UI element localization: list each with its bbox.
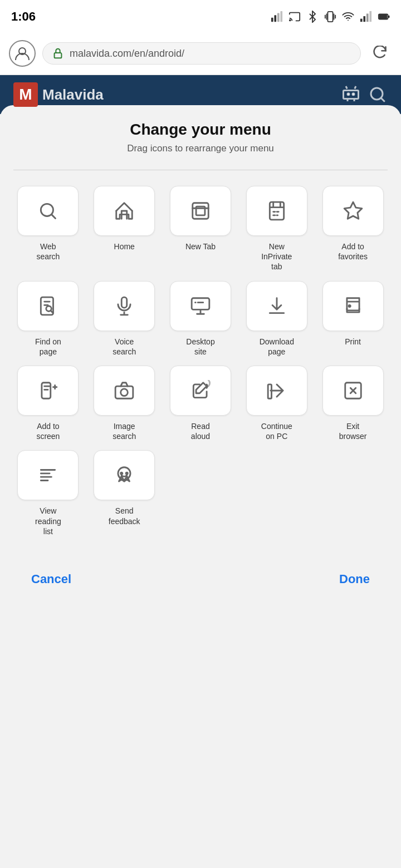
status-icons <box>271 11 390 23</box>
send-feedback-icon <box>114 465 135 486</box>
reload-icon <box>372 46 388 61</box>
menu-item-send-feedback[interactable]: Send feedback <box>90 450 159 536</box>
svg-rect-3 <box>280 11 282 22</box>
menu-item-download-page[interactable]: Download page <box>242 281 311 357</box>
menu-item-home[interactable]: Home <box>90 186 159 272</box>
svg-rect-2 <box>277 13 280 22</box>
menu-label-read-aloud: Read aloud <box>191 421 210 441</box>
menu-icon-box-find-on-page <box>17 281 79 331</box>
menu-icon-box-home <box>94 186 155 236</box>
svg-point-15 <box>371 88 383 100</box>
read-aloud-icon <box>190 380 211 401</box>
menu-item-read-aloud[interactable]: Read aloud <box>166 366 236 441</box>
menu-item-view-reading-list[interactable]: View reading list <box>13 450 83 536</box>
menu-label-send-feedback: Send feedback <box>109 506 140 526</box>
find-on-page-icon <box>37 295 58 317</box>
url-box[interactable]: malavida.com/en/android/ <box>42 42 361 65</box>
wifi-icon <box>342 11 354 23</box>
menu-item-new-inprivate-tab[interactable]: New InPrivate tab <box>242 186 311 272</box>
menu-item-add-to-favorites[interactable]: Add to favorites <box>318 186 388 272</box>
menu-label-new-inprivate-tab: New InPrivate tab <box>261 241 292 272</box>
web-search-icon <box>37 200 58 221</box>
menu-label-new-tab: New Tab <box>185 241 216 251</box>
menu-item-web-search[interactable]: Web search <box>13 186 83 272</box>
lock-icon <box>52 47 64 60</box>
sheet-actions: Cancel Done <box>13 552 388 602</box>
svg-rect-6 <box>363 16 365 22</box>
menu-icon-box-image-search <box>94 366 155 416</box>
svg-rect-8 <box>369 11 371 22</box>
svg-point-29 <box>121 389 128 396</box>
add-to-favorites-icon <box>343 200 364 221</box>
menu-item-exit-browser[interactable]: Exit browser <box>318 366 388 441</box>
status-time: 1:06 <box>11 9 36 24</box>
menu-item-add-to-screen[interactable]: Add to screen <box>13 366 83 441</box>
menu-label-exit-browser: Exit browser <box>339 421 367 441</box>
vibrate-icon <box>324 11 336 23</box>
menu-icon-box-download-page <box>246 281 307 331</box>
print-icon <box>343 295 364 317</box>
site-logo: M Malavida <box>13 82 104 107</box>
menu-icon-box-add-to-screen <box>17 366 79 416</box>
svg-rect-5 <box>360 19 363 22</box>
menu-label-download-page: Download page <box>260 337 294 357</box>
menu-icon-box-new-tab <box>170 186 231 236</box>
download-page-icon <box>266 295 287 317</box>
menu-label-web-search: Web search <box>36 241 60 262</box>
svg-rect-0 <box>271 18 273 22</box>
battery-icon <box>378 11 390 23</box>
menu-icon-box-add-to-favorites <box>322 186 384 236</box>
reload-button[interactable] <box>368 41 392 66</box>
home-icon <box>114 200 135 221</box>
image-search-icon <box>114 380 135 401</box>
menu-grid: Web searchHomeNew TabNew InPrivate tabAd… <box>13 186 388 536</box>
url-text: malavida.com/en/android/ <box>70 48 184 60</box>
menu-label-find-on-page: Find on page <box>35 337 61 357</box>
menu-item-new-tab[interactable]: New Tab <box>166 186 236 272</box>
sheet-subtitle: Drag icons to rearrange your menu <box>13 143 388 154</box>
menu-label-add-to-screen: Add to screen <box>36 421 60 441</box>
menu-item-continue-on-pc[interactable]: Continue on PC <box>242 366 311 441</box>
menu-icon-box-print <box>322 281 384 331</box>
exit-browser-icon <box>343 380 364 401</box>
menu-item-image-search[interactable]: Image search <box>90 366 159 441</box>
avatar-button[interactable] <box>9 40 36 67</box>
signal-icon <box>271 11 283 23</box>
url-domain: malavida.com <box>70 48 131 59</box>
continue-on-pc-icon <box>266 380 287 401</box>
time-display: 1:06 <box>11 9 36 24</box>
svg-point-26 <box>349 305 350 307</box>
cell-signal-icon <box>360 11 372 23</box>
cancel-button[interactable]: Cancel <box>22 568 80 591</box>
menu-icon-box-desktop-site <box>170 281 231 331</box>
menu-label-print: Print <box>345 337 361 347</box>
menu-icon-box-view-reading-list <box>17 450 79 500</box>
svg-rect-24 <box>192 298 209 309</box>
menu-label-voice-search: Voice search <box>113 337 136 357</box>
logo-m: M <box>13 82 38 107</box>
menu-icon-box-voice-search <box>94 281 155 331</box>
new-tab-icon <box>190 200 211 221</box>
android-icon <box>341 85 361 105</box>
svg-rect-30 <box>268 384 271 398</box>
back-button[interactable]: ‹ <box>45 864 50 868</box>
add-to-screen-icon <box>37 380 58 401</box>
svg-rect-10 <box>379 15 387 18</box>
svg-point-14 <box>353 93 354 95</box>
site-name: Malavida <box>42 86 104 103</box>
menu-label-add-to-favorites: Add to favorites <box>338 241 368 262</box>
menu-item-desktop-site[interactable]: Desktop site <box>166 281 236 357</box>
menu-item-print[interactable]: Print <box>318 281 388 357</box>
menu-icon-box-send-feedback <box>94 450 155 500</box>
menu-item-voice-search[interactable]: Voice search <box>90 281 159 357</box>
svg-point-13 <box>348 93 349 95</box>
view-reading-list-icon <box>37 465 58 486</box>
menu-icon-box-web-search <box>17 186 79 236</box>
svg-rect-23 <box>121 297 127 308</box>
done-button[interactable]: Done <box>330 568 379 591</box>
svg-rect-17 <box>193 203 209 219</box>
svg-rect-19 <box>270 202 283 220</box>
sheet-title: Change your menu <box>13 121 388 139</box>
menu-item-find-on-page[interactable]: Find on page <box>13 281 83 357</box>
svg-rect-12 <box>55 53 62 58</box>
